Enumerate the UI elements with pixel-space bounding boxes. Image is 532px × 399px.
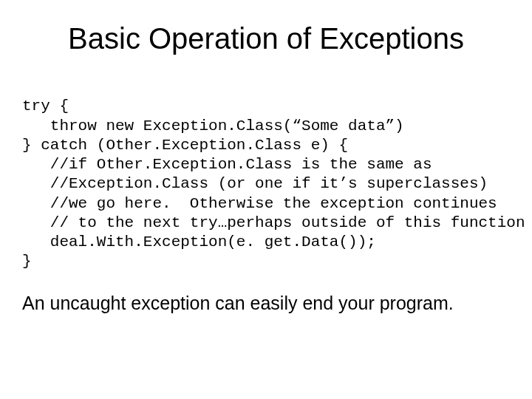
slide: Basic Operation of Exceptions try { thro… — [0, 0, 532, 399]
code-line: // to the next try…perhaps outside of th… — [22, 214, 525, 231]
code-line: try { — [22, 98, 69, 115]
code-line: //we go here. Otherwise the exception co… — [22, 195, 497, 212]
slide-title: Basic Operation of Exceptions — [30, 22, 502, 55]
code-line: } — [22, 253, 32, 270]
slide-footnote: An uncaught exception can easily end you… — [22, 293, 502, 314]
code-line: deal.With.Exception(e. get.Data()); — [22, 233, 376, 250]
code-line: //Exception.Class (or one if it’s superc… — [22, 175, 488, 192]
code-line: } catch (Other.Exception.Class e) { — [22, 137, 348, 154]
code-block: try { throw new Exception.Class(“Some da… — [22, 78, 502, 272]
code-line: throw new Exception.Class(“Some data”) — [22, 117, 404, 134]
code-line: //if Other.Exception.Class is the same a… — [22, 156, 432, 173]
